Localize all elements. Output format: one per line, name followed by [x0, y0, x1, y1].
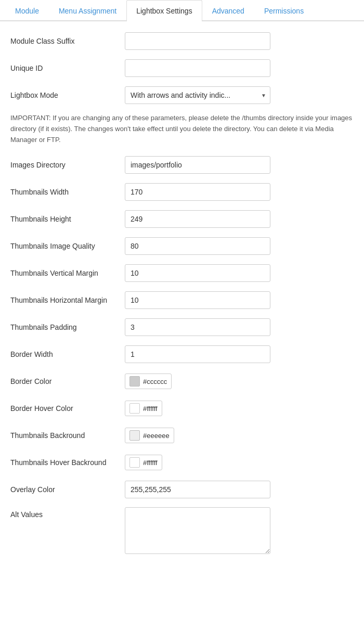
alt-values-row: Alt Values [10, 507, 354, 554]
unique-id-row: Unique ID [10, 59, 354, 78]
thumbnails-padding-row: Thumbnails Padding [10, 318, 354, 337]
tab-bar: Module Menu Assignment Lightbox Settings… [0, 0, 364, 21]
thumbnails-image-quality-label: Thumbnails Image Quality [10, 242, 125, 250]
border-color-label: Border Color [10, 377, 125, 385]
lightbox-mode-label: Lightbox Mode [10, 91, 125, 99]
border-hover-color-swatch [129, 403, 140, 414]
border-width-label: Border Width [10, 350, 125, 358]
thumbnails-image-quality-input[interactable] [125, 237, 270, 255]
module-class-suffix-input[interactable] [125, 32, 270, 50]
thumbnails-width-label: Thumbnails Width [10, 188, 125, 196]
alt-values-input[interactable] [125, 507, 270, 554]
tab-permissions[interactable]: Permissions [254, 0, 314, 21]
border-color-row: Border Color #cccccc [10, 372, 354, 391]
overlay-color-input[interactable] [125, 481, 270, 498]
thumbnails-hover-backround-swatch [129, 457, 140, 468]
important-notice: IMPORTANT: If you are changing any of th… [10, 113, 354, 145]
thumbnails-horizontal-margin-row: Thumbnails Horizontal Margin [10, 291, 354, 310]
thumbnails-vertical-margin-input[interactable] [125, 264, 270, 282]
border-color-swatch [129, 376, 140, 387]
thumbnails-height-label: Thumbnails Height [10, 215, 125, 223]
thumbnails-image-quality-row: Thumbnails Image Quality [10, 237, 354, 255]
unique-id-input[interactable] [125, 59, 270, 77]
thumbnails-hover-backround-value: #ffffff [143, 459, 158, 467]
lightbox-mode-select-wrapper: With arrows and activity indic... ▼ [125, 86, 270, 104]
thumbnails-horizontal-margin-label: Thumbnails Horizontal Margin [10, 296, 125, 304]
border-color-picker[interactable]: #cccccc [125, 374, 172, 389]
content-area: Module Class Suffix Unique ID Lightbox M… [0, 21, 364, 578]
border-width-row: Border Width [10, 345, 354, 364]
border-width-input[interactable] [125, 345, 270, 363]
lightbox-mode-select[interactable]: With arrows and activity indic... [125, 86, 270, 104]
border-hover-color-row: Border Hover Color #ffffff [10, 399, 354, 418]
tab-advanced[interactable]: Advanced [202, 0, 254, 21]
thumbnails-vertical-margin-label: Thumbnails Vertical Margin [10, 269, 125, 277]
images-directory-input[interactable] [125, 156, 270, 174]
thumbnails-vertical-margin-row: Thumbnails Vertical Margin [10, 264, 354, 282]
thumbnails-backround-picker[interactable]: #eeeeee [125, 428, 174, 443]
module-class-suffix-row: Module Class Suffix [10, 32, 354, 50]
thumbnails-backround-value: #eeeeee [143, 432, 170, 440]
images-directory-row: Images Directory [10, 156, 354, 174]
alt-values-label: Alt Values [10, 507, 125, 519]
thumbnails-padding-input[interactable] [125, 318, 270, 336]
thumbnails-hover-backround-label: Thumbnails Hover Backround [10, 458, 125, 467]
tab-module[interactable]: Module [5, 0, 49, 21]
thumbnails-width-row: Thumbnails Width [10, 183, 354, 201]
tab-lightbox-settings[interactable]: Lightbox Settings [126, 0, 202, 21]
overlay-color-row: Overlay Color [10, 480, 354, 499]
thumbnails-width-input[interactable] [125, 183, 270, 201]
thumbnails-padding-label: Thumbnails Padding [10, 323, 125, 331]
unique-id-label: Unique ID [10, 64, 125, 72]
thumbnails-height-input[interactable] [125, 210, 270, 228]
thumbnails-backround-row: Thumbnails Backround #eeeeee [10, 426, 354, 445]
images-directory-label: Images Directory [10, 161, 125, 169]
tab-menu-assignment[interactable]: Menu Assignment [49, 0, 126, 21]
border-hover-color-picker[interactable]: #ffffff [125, 401, 162, 416]
border-hover-color-value: #ffffff [143, 405, 158, 413]
border-hover-color-label: Border Hover Color [10, 404, 125, 413]
module-class-suffix-label: Module Class Suffix [10, 37, 125, 45]
overlay-color-label: Overlay Color [10, 485, 125, 494]
thumbnails-hover-backround-picker[interactable]: #ffffff [125, 455, 162, 470]
thumbnails-backround-swatch [129, 430, 140, 441]
border-color-value: #cccccc [143, 378, 167, 385]
thumbnails-backround-label: Thumbnails Backround [10, 431, 125, 440]
thumbnails-hover-backround-row: Thumbnails Hover Backround #ffffff [10, 453, 354, 472]
lightbox-mode-row: Lightbox Mode With arrows and activity i… [10, 86, 354, 105]
thumbnails-height-row: Thumbnails Height [10, 210, 354, 228]
thumbnails-horizontal-margin-input[interactable] [125, 291, 270, 309]
